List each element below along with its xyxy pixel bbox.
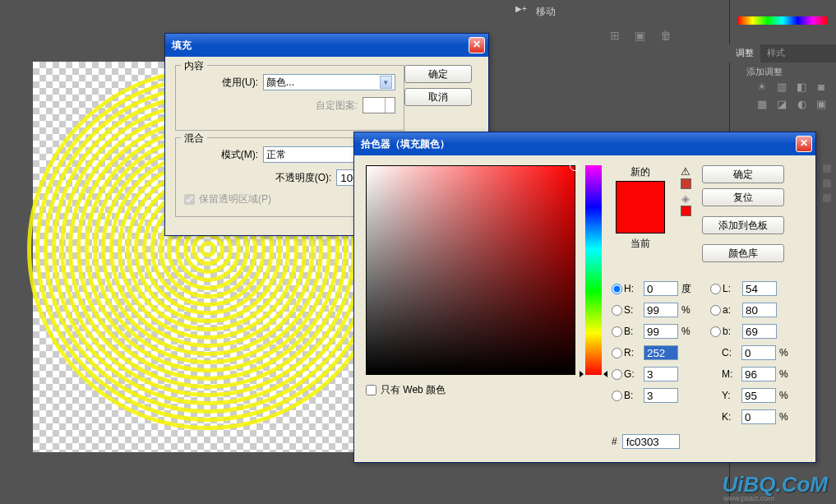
websafe-swatch[interactable]	[681, 206, 691, 216]
exposure-icon[interactable]: ◙	[815, 81, 828, 93]
color-preview[interactable]	[616, 181, 665, 234]
layout-icon[interactable]: ⊞	[610, 29, 620, 42]
collapsed-panel-3[interactable]	[823, 194, 831, 202]
fill-close-button[interactable]: ✕	[469, 37, 485, 53]
picker-close-button[interactable]: ✕	[796, 136, 812, 152]
r-input[interactable]	[644, 345, 678, 360]
bv-radio[interactable]	[612, 326, 622, 337]
bv-label: B:	[624, 326, 640, 337]
a-label: a:	[723, 304, 739, 316]
sv-marker	[570, 161, 580, 171]
panel-tabs: 调整 样式	[729, 44, 836, 62]
l-radio[interactable]	[710, 284, 721, 294]
picker-reset-button[interactable]: 复位	[702, 188, 784, 206]
k-input[interactable]	[741, 409, 776, 424]
fill-titlebar[interactable]: 填充 ✕	[165, 34, 488, 57]
fill-title: 填充	[169, 39, 469, 53]
use-select[interactable]: 颜色... ▾	[263, 74, 395, 90]
current-color-label: 当前	[612, 237, 669, 251]
fill-ok-button[interactable]: 确定	[404, 65, 472, 83]
use-label: 使用(U):	[184, 76, 258, 90]
bw-icon[interactable]: ◪	[775, 98, 788, 110]
lab-b-label: b:	[723, 326, 739, 337]
add-to-swatches-button[interactable]: 添加到色板	[702, 216, 784, 234]
b-label: B:	[624, 390, 640, 401]
colormap-icon[interactable]: ▣	[815, 98, 828, 110]
hue-slider[interactable]	[585, 165, 602, 375]
s-label: S:	[624, 304, 640, 316]
web-only-label: 只有 Web 颜色	[381, 383, 446, 397]
y-label: Y:	[722, 390, 738, 401]
lab-b-input[interactable]	[742, 324, 777, 339]
adjustment-icons: ☀▥◧◙ ▦◪◐▣	[737, 81, 828, 115]
move-tool-icon: ▶+	[515, 4, 527, 13]
lab-b-radio[interactable]	[710, 326, 721, 337]
web-only-checkbox[interactable]	[366, 385, 376, 395]
s-input[interactable]	[644, 303, 678, 317]
collapsed-panel-2[interactable]	[823, 179, 831, 187]
picker-titlebar[interactable]: 拾色器（填充颜色） ✕	[354, 132, 815, 155]
hex-input[interactable]	[622, 434, 680, 449]
g-radio[interactable]	[612, 369, 622, 380]
trash-icon[interactable]: 🗑	[660, 29, 672, 42]
picker-title: 拾色器（填充颜色）	[358, 137, 796, 151]
c-label: C:	[722, 347, 738, 358]
m-input[interactable]	[741, 367, 776, 381]
curves-icon[interactable]: ◧	[795, 81, 808, 93]
h-input[interactable]	[644, 281, 678, 296]
picker-ok-button[interactable]: 确定	[702, 165, 784, 183]
a-radio[interactable]	[710, 305, 721, 316]
tab-adjustments[interactable]: 调整	[729, 44, 760, 62]
a-input[interactable]	[742, 303, 777, 317]
bv-unit: %	[681, 326, 694, 337]
blend-legend: 混合	[181, 132, 207, 146]
gamut-warning-icon[interactable]: ⚠	[677, 165, 694, 178]
l-input[interactable]	[742, 281, 777, 296]
c-unit: %	[779, 347, 792, 358]
camera-icon[interactable]: ▣	[635, 29, 645, 42]
websafe-icon[interactable]: ◈	[677, 192, 694, 205]
color-picker-dialog: 拾色器（填充颜色） ✕ 只有 Web 颜色 新的 当前 ⚠	[353, 132, 816, 463]
l-label: L:	[723, 283, 739, 294]
color-libraries-button[interactable]: 颜色库	[702, 244, 784, 262]
c-input[interactable]	[741, 345, 776, 360]
h-label: H:	[624, 283, 640, 294]
k-label: K:	[722, 411, 738, 423]
y-unit: %	[779, 390, 792, 401]
tab-utility-icons: ⊞ ▣ 🗑	[610, 29, 672, 42]
hue-marker	[581, 371, 606, 377]
b-radio[interactable]	[612, 391, 622, 401]
new-color-label: 新的	[612, 165, 669, 179]
y-input[interactable]	[741, 388, 776, 403]
vibrance-icon[interactable]: ▦	[755, 98, 769, 110]
s-radio[interactable]	[612, 305, 622, 316]
color-spectrum[interactable]	[737, 16, 828, 25]
g-label: G:	[624, 368, 640, 380]
g-input[interactable]	[644, 367, 678, 381]
b-input[interactable]	[644, 388, 678, 403]
mode-label: 模式(M):	[184, 148, 258, 162]
mode-value: 正常	[266, 148, 286, 162]
m-label: M:	[722, 368, 738, 380]
k-unit: %	[779, 411, 792, 423]
h-radio[interactable]	[612, 284, 622, 294]
fill-cancel-button[interactable]: 取消	[404, 88, 472, 106]
pattern-label: 自定图案:	[284, 99, 358, 113]
preserve-label: 保留透明区域(P)	[199, 192, 271, 206]
r-label: R:	[624, 347, 640, 358]
use-value: 颜色...	[266, 76, 294, 90]
gamut-swatch[interactable]	[681, 178, 691, 189]
content-legend: 内容	[181, 59, 207, 73]
tab-styles[interactable]: 样式	[760, 44, 792, 62]
hue-icon[interactable]: ◐	[795, 98, 808, 110]
h-unit: 度	[681, 282, 694, 296]
levels-icon[interactable]: ▥	[775, 81, 788, 93]
bv-input[interactable]	[644, 324, 678, 339]
brightness-icon[interactable]: ☀	[755, 81, 769, 93]
content-fieldset: 内容 使用(U): 颜色... ▾ 自定图案:	[175, 65, 404, 131]
r-radio[interactable]	[612, 348, 622, 358]
m-unit: %	[779, 368, 792, 380]
chevron-down-icon: ▾	[380, 76, 392, 89]
collapsed-panel-1[interactable]	[823, 164, 831, 173]
saturation-value-field[interactable]	[366, 165, 575, 375]
